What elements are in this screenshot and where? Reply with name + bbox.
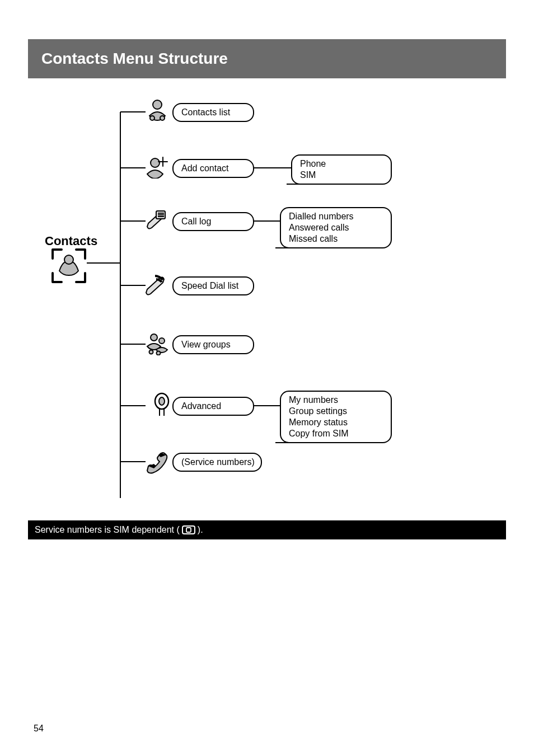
svg-rect-31	[182, 526, 195, 534]
subnode-line: Answered calls	[289, 223, 354, 233]
node-label: Speed Dial list	[181, 281, 238, 291]
svg-point-13	[153, 100, 162, 109]
page-title: Contacts Menu Structure	[41, 50, 228, 68]
subnode-line: Dialled numbers	[289, 212, 354, 222]
connector-lines	[28, 90, 506, 520]
node-call-log-sub: Dialled numbers Answered calls Missed ca…	[280, 207, 392, 248]
svg-point-30	[159, 397, 165, 405]
page-number: 54	[34, 724, 44, 734]
node-advanced-sub: My numbers Group settings Memory status …	[280, 391, 392, 443]
subnode-line: My numbers	[289, 395, 349, 405]
node-label: (Service numbers)	[181, 457, 255, 467]
svg-point-14	[150, 116, 154, 120]
node-speed-dial: Speed Dial list	[172, 276, 254, 295]
svg-point-23	[151, 334, 157, 341]
node-call-log: Call log	[172, 212, 254, 231]
advanced-icon	[149, 392, 175, 417]
node-add-contact: Add contact	[172, 159, 254, 178]
node-contacts-list: Contacts list	[172, 103, 254, 122]
subnode-line: Copy from SIM	[289, 429, 349, 439]
contacts-list-icon	[144, 96, 170, 122]
diagram-canvas: Contacts	[28, 90, 506, 520]
contacts-icon	[49, 246, 88, 285]
add-contact-icon	[144, 153, 170, 179]
svg-point-26	[157, 351, 161, 355]
subnode-line: Phone	[300, 159, 326, 169]
subnode-line: Memory status	[289, 417, 349, 428]
node-label: Call log	[181, 217, 211, 227]
svg-point-24	[159, 338, 165, 344]
service-numbers-icon	[144, 449, 170, 475]
svg-point-25	[149, 350, 153, 354]
node-label: Contacts list	[181, 107, 230, 118]
node-view-groups: View groups	[172, 335, 254, 354]
sim-card-icon	[182, 525, 195, 534]
footnote-text-after: ).	[198, 525, 203, 535]
node-label: View groups	[181, 340, 231, 350]
subnode-line: SIM	[300, 170, 326, 180]
node-service-numbers: (Service numbers)	[172, 453, 262, 472]
node-label: Add contact	[181, 163, 229, 173]
footnote-text-before: Service numbers is SIM dependent (	[35, 525, 180, 535]
view-groups-icon	[144, 330, 170, 356]
call-log-icon	[143, 207, 169, 233]
svg-point-12	[64, 255, 73, 264]
svg-point-16	[151, 158, 160, 167]
node-advanced: Advanced	[172, 397, 254, 416]
footnote-bar: Service numbers is SIM dependent ( ).	[28, 520, 506, 539]
svg-point-15	[160, 116, 165, 120]
subnode-line: Group settings	[289, 406, 349, 416]
svg-rect-32	[186, 528, 191, 532]
speed-dial-icon	[143, 272, 169, 298]
node-label: Advanced	[181, 401, 221, 411]
node-add-contact-sub: Phone SIM	[291, 154, 392, 185]
title-bar: Contacts Menu Structure	[28, 39, 506, 78]
subnode-line: Missed calls	[289, 234, 354, 244]
